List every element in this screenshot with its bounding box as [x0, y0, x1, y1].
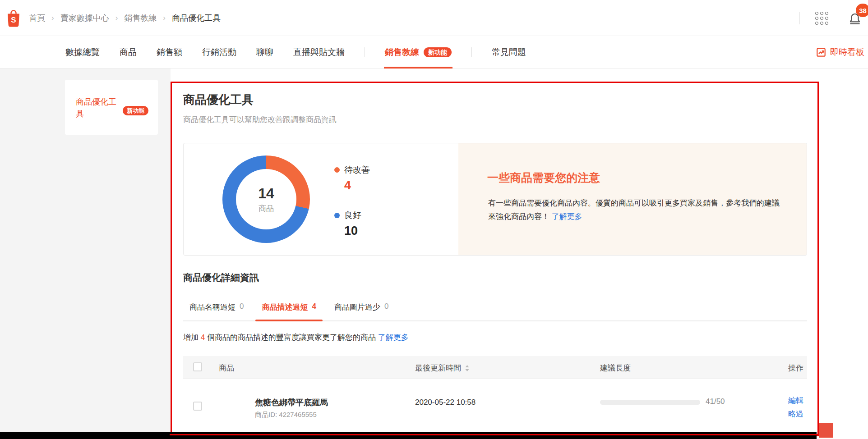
product-id: 商品ID: 4227465555 — [255, 411, 317, 419]
shopee-logo-icon[interactable]: S — [5, 9, 22, 27]
tab-products[interactable]: 商品 — [120, 36, 137, 68]
overview-card: 14 商品 待改善 4 良好 10 — [183, 143, 807, 256]
products-table: 商品 最後更新時間 建議長度 操作 焦糖色綁帶平底羅馬 商品ID: 422746… — [183, 356, 807, 439]
breadcrumb-separator-icon: › — [115, 14, 118, 23]
new-feature-badge: 新功能 — [123, 106, 148, 115]
tab-sales-coach[interactable]: 銷售教練 新功能 — [385, 36, 452, 68]
details-section-title: 商品優化詳細資訊 — [183, 271, 259, 284]
donut-total-value: 14 — [258, 185, 274, 202]
topbar-actions: 38 — [799, 0, 868, 36]
legend-value-good: 10 — [344, 224, 370, 238]
tab-sales-coach-label: 銷售教練 — [385, 46, 419, 58]
last-updated-value: 2020-05-22 10:58 — [415, 398, 476, 407]
learn-more-link[interactable]: 了解更多 — [378, 333, 409, 342]
nav-divider — [365, 47, 365, 57]
donut-chart: 14 商品 — [222, 155, 310, 243]
page-title: 商品優化工具 — [183, 92, 254, 108]
tab-label: 商品描述過短 — [262, 302, 308, 312]
page-subtitle: 商品優化工具可以幫助您改善跟調整商品資訊 — [183, 114, 337, 125]
topbar-divider — [799, 12, 800, 24]
tab-count: 4 — [312, 302, 316, 312]
breadcrumb-seller-data-center[interactable]: 賣家數據中心 — [60, 13, 109, 23]
tab-sales[interactable]: 銷售額 — [157, 36, 182, 68]
new-feature-badge: 新功能 — [424, 47, 452, 57]
notice-panel: 一些商品需要您的注意 有一些商品需要優化商品內容。優質的商品可以吸引更多買家及銷… — [458, 143, 807, 255]
realtime-dashboard-link[interactable]: 即時看板 — [816, 36, 864, 68]
breadcrumb: 首頁 › 賣家數據中心 › 銷售教練 › 商品優化工具 — [29, 13, 221, 23]
breadcrumb-sales-coach[interactable]: 銷售教練 — [124, 13, 157, 23]
notice-heading: 一些商品需要您的注意 — [487, 170, 600, 185]
chart-icon — [816, 47, 826, 57]
notice-body-text: 有一些商品需要優化商品內容。優質的商品可以吸引更多買家及銷售，參考我們的建議來強… — [488, 199, 780, 221]
sort-icon — [464, 364, 470, 372]
breadcrumb-separator-icon: › — [163, 14, 166, 23]
tab-count: 0 — [240, 302, 244, 312]
column-header-product: 商品 — [219, 363, 234, 373]
legend-item-needs-improvement: 待改善 4 — [334, 164, 370, 192]
table-row: 焦糖色綁帶平底羅馬 商品ID: 4227465555 2020-05-22 10… — [183, 379, 807, 439]
tab-chat[interactable]: 聊聊 — [256, 36, 273, 68]
tab-live-posts[interactable]: 直播與貼文牆 — [293, 36, 345, 68]
breadcrumb-home[interactable]: 首頁 — [29, 13, 45, 23]
tab-data-overview[interactable]: 數據總覽 — [65, 36, 100, 68]
notification-badge: 38 — [856, 4, 868, 17]
topbar: S 首頁 › 賣家數據中心 › 銷售教練 › 商品優化工具 38 — [0, 0, 868, 36]
breadcrumb-current-page: 商品優化工具 — [172, 13, 221, 23]
tab-too-few-images[interactable]: 商品圖片過少 0 — [334, 302, 388, 312]
column-header-actions: 操作 — [788, 363, 803, 373]
annotation-box-bottom-edge — [170, 434, 820, 435]
legend-value-needs-improvement: 4 — [344, 178, 370, 192]
tab-faq[interactable]: 常見問題 — [492, 36, 526, 68]
tab-label: 商品名稱過短 — [189, 302, 235, 312]
notice-body: 有一些商品需要優化商品內容。優質的商品可以吸引更多買家及銷售，參考我們的建議來強… — [488, 197, 780, 224]
apps-grid-icon[interactable] — [815, 12, 828, 25]
notifications-button[interactable]: 38 — [848, 10, 863, 26]
legend-dot-blue — [334, 213, 340, 218]
table-header: 商品 最後更新時間 建議長度 操作 — [183, 356, 807, 379]
row-checkbox[interactable] — [193, 402, 202, 411]
tab-label: 商品圖片過少 — [334, 302, 380, 312]
annotation-box-corner-handle — [819, 423, 833, 438]
tab-count: 0 — [384, 302, 388, 312]
tab-marketing[interactable]: 行銷活動 — [202, 36, 236, 68]
bottom-black-bar — [0, 432, 817, 439]
breadcrumb-separator-icon: › — [51, 14, 54, 23]
length-progress-label: 41/50 — [706, 397, 725, 406]
legend-label: 待改善 — [344, 164, 370, 176]
skip-link[interactable]: 略過 — [788, 409, 803, 419]
legend-item-good: 良好 10 — [334, 210, 370, 238]
tip-prefix: 增加 — [183, 333, 201, 342]
tab-description-too-short[interactable]: 商品描述過短 4 — [262, 302, 316, 312]
column-header-length: 建議長度 — [600, 363, 631, 373]
donut-legend: 待改善 4 良好 10 — [334, 164, 370, 255]
donut-total-label: 商品 — [259, 203, 274, 214]
legend-dot-orange — [334, 167, 340, 173]
main-panel: 商品優化工具 商品優化工具可以幫助您改善跟調整商品資訊 14 商品 待改善 4 — [171, 82, 819, 436]
column-header-updated[interactable]: 最後更新時間 — [415, 363, 470, 373]
svg-text:S: S — [11, 16, 16, 24]
main-nav: 數據總覽 商品 銷售額 行銷活動 聊聊 直播與貼文牆 銷售教練 新功能 常見問題… — [0, 36, 868, 69]
sidebar-item-label: 商品優化工具 — [76, 96, 121, 119]
length-progress-bar — [600, 400, 700, 405]
realtime-dashboard-label: 即時看板 — [830, 46, 864, 58]
donut-center: 14 商品 — [236, 169, 296, 229]
tab-name-too-short[interactable]: 商品名稱過短 0 — [189, 302, 244, 312]
tip-suffix: 個商品的商品描述的豐富度讓買家更了解您的商品 — [205, 333, 378, 342]
product-name: 焦糖色綁帶平底羅馬 — [255, 397, 328, 408]
column-header-updated-label: 最後更新時間 — [415, 363, 461, 373]
edit-link[interactable]: 編輯 — [788, 395, 803, 406]
sidebar-item-product-optimizer[interactable]: 商品優化工具 新功能 — [65, 80, 158, 135]
learn-more-link[interactable]: 了解更多 — [552, 212, 582, 221]
screen: S 首頁 › 賣家數據中心 › 銷售教練 › 商品優化工具 38 — [0, 0, 868, 439]
legend-label: 良好 — [344, 210, 361, 221]
tip-count: 4 — [201, 333, 205, 342]
tab-tip-line: 增加 4 個商品的商品描述的豐富度讓買家更了解您的商品 了解更多 — [183, 332, 409, 343]
select-all-checkbox[interactable] — [193, 362, 202, 371]
detail-tabs: 商品名稱過短 0 商品描述過短 4 商品圖片過少 0 — [183, 297, 807, 321]
nav-divider — [471, 47, 472, 57]
